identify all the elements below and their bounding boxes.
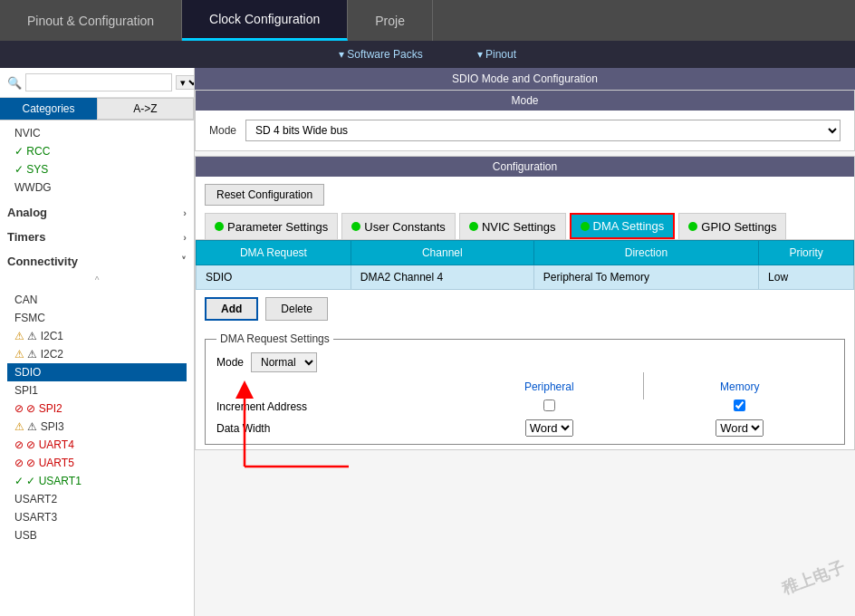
memory-data-width: Word: [647, 419, 834, 437]
sidebar-item-uart5[interactable]: ⊘ UART5: [7, 454, 187, 472]
sidebar-item-sys[interactable]: SYS: [7, 160, 187, 178]
memory-header: Memory: [647, 378, 834, 396]
chevron-right-icon: ›: [183, 232, 187, 243]
cell-request: SDIO: [197, 265, 351, 290]
mode-select[interactable]: SD 4 bits Wide bus: [245, 120, 841, 141]
peripheral-width-select[interactable]: Word: [525, 419, 573, 437]
second-navigation: ▾ Software Packs ▾ Pinout: [0, 41, 855, 68]
dma-mode-select[interactable]: Normal: [251, 352, 317, 372]
tab-categories[interactable]: Categories: [0, 98, 97, 120]
mode-header: Mode: [196, 91, 854, 111]
tab-label: DMA Settings: [593, 219, 665, 233]
sidebar-item-usb[interactable]: USB: [7, 526, 187, 544]
tab-dot: [351, 222, 360, 231]
cell-priority: Low: [759, 265, 854, 290]
tab-gpio-settings[interactable]: GPIO Settings: [678, 213, 786, 239]
col-channel: Channel: [351, 241, 533, 265]
config-header: Configuration: [196, 157, 854, 177]
search-icon: 🔍: [7, 76, 22, 90]
main-layout: 🔍 ▾ ⚙ Categories A->Z NVIC RCC SYS WWDG …: [0, 68, 855, 616]
tab-dma-settings[interactable]: DMA Settings: [570, 213, 676, 239]
sidebar-item-usart2[interactable]: USART2: [7, 490, 187, 508]
tab-atoz[interactable]: A->Z: [97, 98, 194, 120]
sidebar-item-i2c2[interactable]: ⚠ I2C2: [7, 345, 187, 363]
sidebar-item-rcc[interactable]: RCC: [7, 142, 187, 160]
tab-label: Parameter Settings: [227, 220, 328, 234]
sidebar-item-wwdg[interactable]: WWDG: [7, 178, 187, 197]
config-section: Configuration Reset Configuration Parame…: [195, 156, 855, 450]
memory-increment-check: [647, 399, 834, 414]
tab-dot: [215, 222, 224, 231]
sidebar-item-can[interactable]: CAN: [7, 291, 187, 309]
col-priority: Priority: [759, 241, 854, 265]
top-navigation: Pinout & Configuration Clock Configurati…: [0, 0, 855, 41]
main-content: SDIO Mode and Configuration Mode Mode SD…: [195, 68, 855, 616]
empty-header: [216, 378, 452, 396]
mode-section: Mode Mode SD 4 bits Wide bus: [195, 90, 855, 151]
sidebar-item-fsmc[interactable]: FSMC: [7, 309, 187, 327]
sidebar-item-spi2[interactable]: ⊘ SPI2: [7, 399, 187, 418]
cell-channel: DMA2 Channel 4: [351, 265, 533, 290]
sidebar-group-timers[interactable]: Timers ›: [0, 225, 194, 249]
nav-pinout-sub[interactable]: ▾ Pinout: [477, 48, 516, 61]
mode-label: Mode: [209, 124, 236, 137]
tab-dot: [688, 222, 697, 231]
delete-button[interactable]: Delete: [265, 297, 328, 321]
memory-width-select[interactable]: Word: [716, 419, 764, 437]
connectivity-items: CAN FSMC ⚠ I2C1 ⚠ I2C2 SDIO SPI1 ⊘ SPI2 …: [0, 287, 194, 548]
peripheral-data-width: Word: [456, 419, 643, 437]
sidebar-tabs: Categories A->Z: [0, 98, 194, 120]
data-width-row: Data Width Word Word: [216, 419, 833, 437]
scroll-up-indicator: ^: [0, 274, 194, 287]
data-width-label: Data Width: [216, 422, 452, 435]
search-dropdown[interactable]: ▾: [176, 75, 195, 90]
table-row[interactable]: SDIO DMA2 Channel 4 Peripheral To Memory…: [197, 265, 854, 290]
peripheral-header: Peripheral: [456, 378, 643, 396]
sidebar-item-spi3[interactable]: ⚠ SPI3: [7, 418, 187, 436]
sidebar-item-i2c1[interactable]: ⚠ I2C1: [7, 327, 187, 345]
sidebar-group-analog[interactable]: Analog ›: [0, 200, 194, 225]
nav-clock[interactable]: Clock Configuration: [182, 0, 348, 41]
sidebar-group-connectivity[interactable]: Connectivity ˅: [0, 249, 194, 274]
increment-address-row: Increment Address: [216, 399, 833, 414]
dma-mode-row: Mode Normal: [216, 352, 833, 372]
pm-headers: Peripheral Memory: [216, 378, 833, 396]
watermark: 稚上电子: [779, 556, 848, 599]
sidebar-item-usart3[interactable]: USART3: [7, 508, 187, 526]
sidebar-item-uart4[interactable]: ⊘ UART4: [7, 436, 187, 454]
sidebar-item-usart1[interactable]: ✓ USART1: [7, 472, 187, 490]
sidebar-item-spi1[interactable]: SPI1: [7, 381, 187, 399]
cell-direction: Peripheral To Memory: [533, 265, 758, 290]
nav-software-packs[interactable]: ▾ Software Packs: [339, 48, 423, 61]
nav-pinout[interactable]: Pinout & Configuration: [0, 0, 182, 41]
add-button[interactable]: Add: [205, 297, 258, 321]
tabs-container: Parameter Settings User Constants NVIC S…: [196, 213, 854, 240]
analog-label: Analog: [7, 206, 47, 219]
memory-checkbox[interactable]: [734, 399, 745, 411]
chevron-right-icon: ›: [183, 207, 187, 218]
mode-row: Mode SD 4 bits Wide bus: [196, 111, 854, 150]
tab-user-constants[interactable]: User Constants: [341, 213, 456, 239]
tab-dot: [581, 222, 590, 231]
peripheral-checkbox[interactable]: [543, 399, 555, 411]
peripheral-increment-check: [456, 399, 643, 414]
sidebar-item-nvic[interactable]: NVIC: [7, 124, 187, 142]
tab-parameter-settings[interactable]: Parameter Settings: [205, 213, 338, 239]
sidebar-item-sdio[interactable]: SDIO: [7, 363, 187, 381]
col-direction: Direction: [533, 241, 758, 265]
tab-nvic-settings[interactable]: NVIC Settings: [459, 213, 566, 239]
reset-config-button[interactable]: Reset Configuration: [205, 184, 324, 206]
vertical-divider: [643, 372, 644, 399]
nav-project[interactable]: Proje: [348, 0, 433, 41]
chevron-down-icon: ˅: [181, 255, 187, 267]
action-buttons: Add Delete: [196, 290, 854, 328]
dma-settings-legend: DMA Request Settings: [216, 332, 333, 345]
sidebar-search-area: 🔍 ▾ ⚙: [0, 68, 194, 98]
dma-table: DMA Request Channel Direction Priority S…: [196, 240, 854, 290]
dma-mode-label: Mode: [216, 356, 244, 369]
search-input[interactable]: [25, 73, 172, 91]
content-title: SDIO Mode and Configuration: [195, 68, 855, 90]
dma-request-settings: DMA Request Settings Mode Normal Periphe…: [205, 332, 845, 445]
col-dma-request: DMA Request: [197, 241, 351, 265]
tab-dot: [469, 222, 478, 231]
